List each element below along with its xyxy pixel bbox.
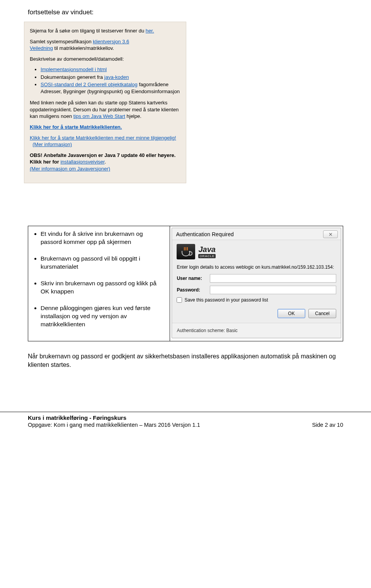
text: hjelpe.	[125, 113, 141, 119]
ok-button[interactable]: OK	[277, 309, 305, 318]
link-start-klient[interactable]: Klikk her for å starte Matrikkelklienten…	[30, 124, 122, 130]
password-input[interactable]	[210, 286, 336, 294]
bullet-item: Et vindu for å skrive inn brukernavn og …	[41, 230, 164, 246]
text-block: Beskrivelse av domenemodell/datamodell:	[30, 56, 180, 63]
link-impl-model[interactable]: Implementasjonsmodell i html	[41, 66, 107, 72]
java-wordmark: Java	[198, 245, 216, 254]
model-list: Implementasjonsmodell i html Dokumentasj…	[41, 66, 180, 95]
bullet-item: Skriv inn brukernavn og passord og klikk…	[41, 280, 164, 296]
dialog-prompt-text: Enter login details to access weblogic o…	[177, 264, 336, 270]
link-klientversjon[interactable]: klientversjon 3.6	[93, 39, 129, 44]
link-sosi-standard[interactable]: SOSI-standard del 2 Generell objektkatal…	[41, 82, 138, 87]
instruction-table: Et vindu for å skrive inn brukernavn og …	[28, 226, 343, 341]
obs-block: OBS! Anbefalte Javaversjon er Java 7 upd…	[30, 152, 180, 172]
page-footer: Kurs i matrikkelføring - Føringskurs Opp…	[0, 412, 371, 439]
password-row: Password:	[177, 286, 336, 294]
link-java-koden[interactable]: java-koden	[104, 74, 129, 80]
save-password-row: Save this password in your password list	[177, 297, 336, 303]
post-table-paragraph: Når brukernavn og passord er godkjent av…	[28, 352, 343, 370]
footer-task-line: Oppgave: Kom i gang med matrikkelkliente…	[28, 422, 200, 428]
footer-course-title: Kurs i matrikkelføring - Føringskurs	[28, 414, 343, 421]
dialog-cell: Authentication Required ✕ Java ORACLE	[170, 226, 343, 341]
username-row: User name:	[177, 274, 336, 283]
dialog-titlebar: Authentication Required ✕	[172, 228, 341, 240]
dialog-footer: Authentication scheme: Basic	[172, 323, 341, 338]
text-block: Skjema for å søke om tilgang til testser…	[30, 27, 180, 34]
auth-dialog: Authentication Required ✕ Java ORACLE	[172, 228, 341, 338]
close-icon: ✕	[328, 232, 333, 237]
link-java-webstart-tips[interactable]: tips om Java Web Start	[73, 113, 125, 119]
text: Samlet systemspesifikasjon	[30, 39, 93, 44]
username-label: User name:	[177, 276, 210, 281]
java-cup-icon	[177, 244, 195, 259]
text-block: Samlet systemspesifikasjon klientversjon…	[30, 38, 180, 52]
username-input[interactable]	[210, 274, 336, 283]
bullet-item: Brukernavn og passord vil bli oppgitt i …	[41, 255, 164, 271]
oracle-label: ORACLE	[198, 254, 216, 258]
link-installasjonsveiviser[interactable]: installasjonsveiviser	[60, 159, 104, 165]
save-password-label: Save this password in your password list	[184, 297, 268, 303]
link-mer-informasjon[interactable]: (Mer informasjon)	[32, 141, 72, 147]
password-label: Password:	[177, 287, 210, 293]
page-continuation-note: fortsettelse av vinduet:	[0, 0, 371, 19]
link-start-klient-mer-minne[interactable]: Klikk her for å starte Matrikkelklienten…	[30, 135, 176, 141]
text: til matrikkelen/matrikkellov.	[53, 45, 114, 51]
list-item: Implementasjonsmodell i html	[41, 66, 180, 73]
embedded-web-panel: Skjema for å søke om tilgang til testser…	[24, 22, 186, 183]
list-item: SOSI-standard del 2 Generell objektkatal…	[41, 81, 180, 95]
text: Dokumentasjon generert fra	[41, 74, 104, 80]
link-mer-info-java[interactable]: (Mer informasjon om Javaversjoner)	[30, 166, 110, 172]
dialog-button-row: OK Cancel	[177, 309, 336, 318]
save-password-checkbox[interactable]	[177, 297, 182, 303]
link-veiledning[interactable]: Veiledning	[30, 45, 53, 51]
cancel-button[interactable]: Cancel	[308, 309, 336, 318]
text: Skjema for å søke om tilgang til testser…	[30, 28, 146, 34]
list-item: Dokumentasjon generert fra java-koden	[41, 74, 180, 81]
start-client-link[interactable]: Klikk her for å starte Matrikkelklienten…	[30, 124, 180, 131]
bullet-item: Denne påloggingen gjøres kun ved første …	[41, 304, 164, 329]
java-brand-text: Java ORACLE	[198, 245, 216, 258]
start-client-more-mem: Klikk her for å starte Matrikkelklienten…	[30, 135, 180, 148]
instruction-cell: Et vindu for å skrive inn brukernavn og …	[28, 226, 170, 341]
text-block: Med linken nede på siden kan du starte o…	[30, 99, 180, 120]
close-button[interactable]: ✕	[323, 230, 338, 238]
link-her[interactable]: her.	[146, 28, 154, 34]
text: .	[105, 159, 106, 165]
footer-page-number: Side 2 av 10	[312, 422, 343, 428]
dialog-title-text: Authentication Required	[176, 231, 233, 237]
java-brand-row: Java ORACLE	[177, 244, 336, 259]
dialog-body: Java ORACLE Enter login details to acces…	[172, 240, 341, 323]
